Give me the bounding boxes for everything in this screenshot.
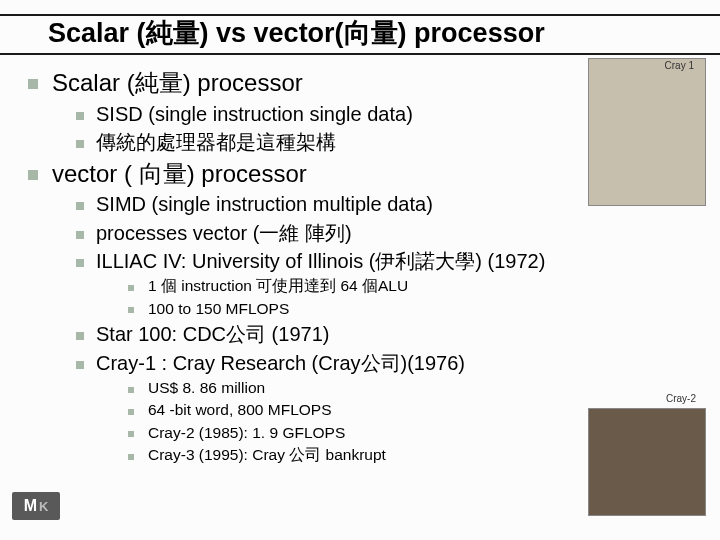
logo-letter: K [39,499,48,514]
logo-letter: M [24,497,37,515]
list-item-label: ILLIAC IV: University of Illinois (伊利諾大學… [96,250,545,272]
list-item: processes vector (一維 陣列) [74,220,720,246]
publisher-logo: MK [12,492,60,520]
list-item: US$ 8. 86 million [126,378,720,398]
image-caption: Cray 1 [665,60,694,71]
section-heading: Scalar (純量) processor [52,69,303,96]
list-item: 100 to 150 MFLOPS [126,299,720,319]
image-caption: Cray-2 [666,393,696,404]
section-heading: vector ( 向量) processor [52,160,307,187]
image-cray1 [588,58,706,206]
list-item-label: Cray-1 : Cray Research (Cray公司)(1976) [96,352,465,374]
list-item: 1 個 instruction 可使用達到 64 個ALU [126,276,720,296]
image-cray2 [588,408,706,516]
list-item: Star 100: CDC公司 (1971) [74,321,720,347]
list-item: ILLIAC IV: University of Illinois (伊利諾大學… [74,248,720,319]
slide-title: Scalar (純量) vs vector(向量) processor [0,14,720,55]
